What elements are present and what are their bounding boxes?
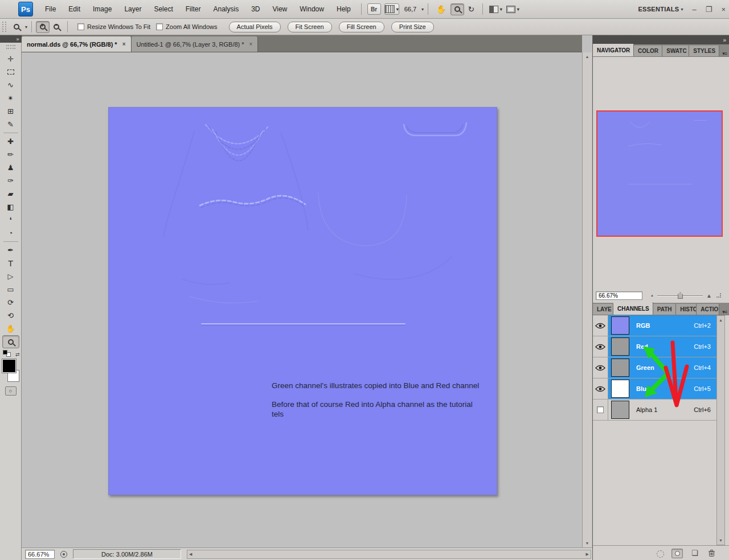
close-button[interactable]: × xyxy=(721,5,726,14)
save-selection-as-channel-button[interactable] xyxy=(671,549,683,558)
channel-thumbnail[interactable] xyxy=(611,380,629,398)
hand-tool-icon[interactable]: ✋ xyxy=(436,5,446,14)
zoom-out-button[interactable] xyxy=(50,21,63,33)
menu-select[interactable]: Select xyxy=(148,0,179,19)
tab-swatches[interactable]: SWATC xyxy=(662,46,689,56)
channel-thumbnail[interactable] xyxy=(611,316,629,335)
close-tab-icon[interactable]: × xyxy=(122,41,126,47)
tab-paths[interactable]: PATH xyxy=(653,304,676,315)
tab-history[interactable]: HISTO xyxy=(676,304,697,315)
default-colors-control[interactable]: ⇄ xyxy=(3,350,11,357)
status-zoom-field[interactable]: 66.67% xyxy=(25,550,55,559)
tools-drag-grip[interactable] xyxy=(6,45,15,49)
channel-thumbnail[interactable] xyxy=(611,337,629,356)
fit-screen-button[interactable]: Fit Screen xyxy=(288,22,332,32)
zoom-out-mountain-icon[interactable]: ▲ xyxy=(650,294,654,297)
scroll-up-icon[interactable]: ▲ xyxy=(719,316,723,324)
path-selection-tool[interactable]: ▷ xyxy=(2,270,19,283)
actual-pixels-button[interactable]: Actual Pixels xyxy=(229,22,281,32)
channel-row-red[interactable]: Red Ctrl+3 xyxy=(593,336,716,357)
scroll-up-icon[interactable]: ▲ xyxy=(585,52,589,61)
arrange-documents-button[interactable]: ▾ xyxy=(489,3,502,15)
canvas-area[interactable]: Green channel's illustrates copied into … xyxy=(22,52,582,547)
menu-file[interactable]: File xyxy=(39,0,62,19)
pen-tool[interactable]: ✒ xyxy=(2,244,19,257)
navigator-zoom-slider[interactable] xyxy=(657,292,703,299)
fill-screen-button[interactable]: Fill Screen xyxy=(339,22,384,32)
document-tab-normal-dds[interactable]: normal.dds @ 66,7% (RGB/8) * × xyxy=(22,36,132,52)
menu-help[interactable]: Help xyxy=(330,0,357,19)
history-brush-tool[interactable]: ✑ xyxy=(2,174,19,187)
magic-wand-tool[interactable]: ✴ xyxy=(2,92,19,105)
document-tab-untitled-1[interactable]: Untitled-1 @ 66,7% (Layer 3, RGB/8) * × xyxy=(132,36,259,52)
status-icon[interactable] xyxy=(60,551,67,558)
chevron-down-icon[interactable]: ▾ xyxy=(25,24,27,30)
menu-layer[interactable]: Layer xyxy=(118,0,148,19)
channel-row-green[interactable]: Green Ctrl+4 xyxy=(593,357,716,378)
menu-image[interactable]: Image xyxy=(87,0,118,19)
chevron-down-icon[interactable]: ▾ xyxy=(421,7,424,12)
zoom-tool-button[interactable] xyxy=(450,3,464,15)
delete-channel-icon[interactable] xyxy=(708,549,715,559)
scroll-right-icon[interactable]: ▶ xyxy=(584,552,591,557)
resize-windows-checkbox[interactable] xyxy=(77,23,84,30)
load-selection-icon[interactable] xyxy=(657,550,664,558)
visibility-checkbox[interactable] xyxy=(597,406,604,413)
scroll-down-icon[interactable]: ▼ xyxy=(585,539,589,547)
tab-navigator[interactable]: NAVIGATOR xyxy=(593,44,634,56)
clone-stamp-tool[interactable]: ♟ xyxy=(2,161,19,174)
zoom-in-mountain-icon[interactable]: ▲ xyxy=(706,293,712,299)
quick-mask-button[interactable]: ○ xyxy=(5,386,17,396)
3d-orbit-tool[interactable]: ⟲ xyxy=(2,309,19,322)
menu-analysis[interactable]: Analysis xyxy=(207,0,245,19)
chevron-down-icon[interactable]: ▾ xyxy=(681,7,683,12)
dodge-tool[interactable]: ◔ xyxy=(2,227,19,240)
visibility-cell[interactable] xyxy=(593,400,608,420)
close-tab-icon[interactable]: × xyxy=(249,41,253,47)
collapse-panels-button[interactable]: » xyxy=(593,35,729,44)
channel-row-alpha-1[interactable]: Alpha 1 Ctrl+6 xyxy=(593,400,716,421)
rotate-view-icon[interactable]: ↻ xyxy=(468,5,475,14)
channel-row-rgb[interactable]: RGB Ctrl+2 xyxy=(593,315,716,336)
zoom-in-button[interactable] xyxy=(36,21,50,33)
type-tool[interactable]: T xyxy=(2,257,19,270)
scroll-down-icon[interactable]: ▼ xyxy=(719,536,723,545)
document-image[interactable]: Green channel's illustrates copied into … xyxy=(108,107,497,495)
tab-layers[interactable]: LAYE xyxy=(593,304,613,315)
horizontal-scrollbar[interactable]: ◀ ▶ xyxy=(187,550,591,559)
minimize-button[interactable]: – xyxy=(693,5,697,14)
blur-tool[interactable]: ❛ xyxy=(2,213,19,227)
panel-resize-grip[interactable] xyxy=(716,293,721,298)
tab-styles[interactable]: STYLES xyxy=(689,46,719,56)
channels-scrollbar[interactable]: ▲ ▼ xyxy=(716,315,725,545)
print-size-button[interactable]: Print Size xyxy=(391,22,434,32)
workspace-switcher[interactable]: ESSENTIALS xyxy=(638,6,679,13)
channel-thumbnail[interactable] xyxy=(611,359,629,377)
menu-view[interactable]: View xyxy=(266,0,293,19)
panel-menu-icon[interactable]: ▾≡ xyxy=(719,309,729,315)
new-channel-icon[interactable]: ❏ xyxy=(691,549,698,557)
rectangular-marquee-tool[interactable] xyxy=(2,65,19,79)
launch-bridge-button[interactable]: Br xyxy=(367,3,381,15)
navigator-proxy-preview[interactable] xyxy=(596,110,723,237)
zoom-tool[interactable] xyxy=(2,335,19,348)
foreground-color-swatch[interactable] xyxy=(2,359,16,373)
menu-filter[interactable]: Filter xyxy=(179,0,207,19)
crop-tool[interactable]: ⊞ xyxy=(2,105,19,118)
eyedropper-tool[interactable]: ✎ xyxy=(2,118,19,131)
restore-button[interactable]: ❐ xyxy=(706,5,712,14)
view-extras-button[interactable]: ▾ xyxy=(384,3,399,15)
menu-edit[interactable]: Edit xyxy=(62,0,87,19)
drag-grip[interactable] xyxy=(2,22,6,32)
visibility-cell[interactable] xyxy=(593,378,608,399)
navigator-zoom-field[interactable]: 66.67% xyxy=(596,291,642,300)
paint-bucket-tool[interactable]: ◧ xyxy=(2,200,19,213)
slider-thumb[interactable] xyxy=(678,292,683,299)
visibility-cell[interactable] xyxy=(593,336,608,357)
hand-tool[interactable]: ✋ xyxy=(2,322,19,335)
lasso-tool[interactable]: ∿ xyxy=(2,79,19,92)
zoom-all-windows-checkbox[interactable] xyxy=(156,23,163,30)
move-tool[interactable]: ✛ xyxy=(2,52,19,65)
swap-colors-icon[interactable]: ⇄ xyxy=(15,352,20,357)
rectangle-tool[interactable]: ▭ xyxy=(2,283,19,296)
